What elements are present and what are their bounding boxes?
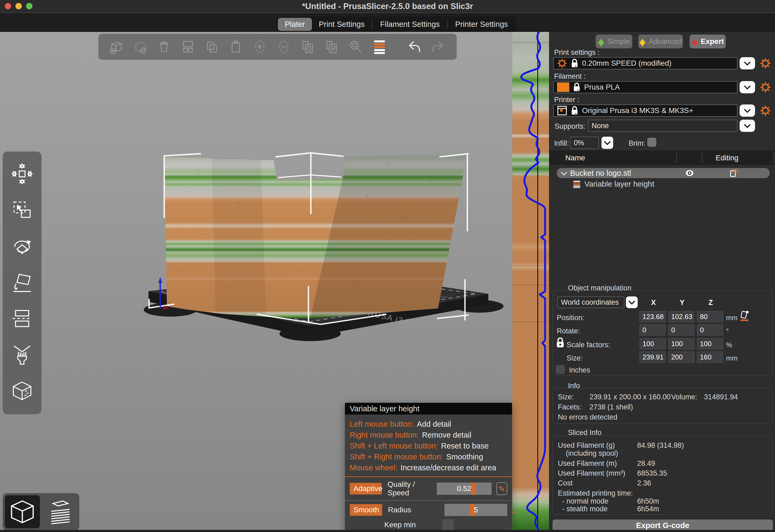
plater-3d-viewport[interactable]: ORIGINAL PRUSA i3 MK3 bbox=[0, 32, 550, 532]
print-settings-combo[interactable]: 0.20mm SPEED (modified) bbox=[553, 57, 738, 69]
adaptive-button[interactable]: Adaptive bbox=[350, 483, 382, 495]
print-settings-value: 0.20mm SPEED (modified) bbox=[582, 59, 672, 68]
scale-icon[interactable] bbox=[10, 198, 34, 223]
keep-min-label: Keep min bbox=[384, 521, 442, 529]
copy-icon[interactable] bbox=[203, 38, 221, 55]
delete-object-icon[interactable] bbox=[131, 38, 148, 55]
size-x-input[interactable]: 239.91 bbox=[640, 351, 666, 363]
infill-dropdown-button[interactable] bbox=[602, 137, 613, 149]
position-y-input[interactable]: 102.63 bbox=[668, 311, 694, 322]
printer-icon bbox=[557, 106, 567, 116]
filament-combo[interactable]: Prusa PLA bbox=[553, 81, 738, 93]
printer-dropdown-button[interactable] bbox=[740, 104, 755, 117]
editing-icon[interactable] bbox=[729, 169, 738, 178]
inches-label: Inches bbox=[569, 366, 590, 374]
sliced-label: Used Filament (mm³) bbox=[558, 469, 626, 477]
edit-value-button[interactable]: ✎ bbox=[496, 482, 507, 495]
inches-checkbox[interactable] bbox=[556, 365, 565, 374]
preview-sliced-layers-icon[interactable] bbox=[42, 495, 77, 528]
advanced-diamond-icon: ◆ bbox=[639, 36, 646, 47]
rotate-x-input[interactable]: 0 bbox=[640, 324, 666, 336]
size-y-input[interactable]: 200 bbox=[668, 351, 694, 363]
mode-expert-button[interactable]: ◆ Expert bbox=[690, 35, 726, 48]
quality-speed-slider[interactable]: 0.52 bbox=[437, 483, 491, 495]
split-to-parts-icon[interactable] bbox=[323, 38, 340, 55]
scale-x-input[interactable]: 100 bbox=[640, 338, 666, 349]
supports-select[interactable]: None bbox=[588, 120, 738, 132]
rotate-z-input[interactable]: 0 bbox=[697, 324, 723, 336]
scale-z-input[interactable]: 100 bbox=[697, 338, 723, 349]
place-on-face-icon[interactable] bbox=[10, 271, 34, 295]
tab-filament-settings[interactable]: Filament Settings bbox=[373, 18, 447, 31]
keep-min-checkbox[interactable] bbox=[442, 519, 453, 530]
prusaslicer-window: *Untitled - PrusaSlicer-2.5.0 based on S… bbox=[0, 0, 775, 532]
hint-value: Remove detail bbox=[422, 431, 471, 439]
add-object-icon[interactable] bbox=[107, 38, 124, 55]
tab-plater[interactable]: Plater bbox=[278, 18, 312, 31]
move-icon[interactable] bbox=[10, 162, 34, 187]
3d-editor-view-icon[interactable] bbox=[5, 495, 40, 528]
layer-height-profile-strip[interactable] bbox=[512, 32, 549, 532]
model-bucket[interactable] bbox=[164, 153, 467, 319]
position-x-input[interactable]: 123.68 bbox=[640, 311, 666, 322]
radius-value: 5 bbox=[444, 504, 507, 516]
gear-icon bbox=[557, 58, 567, 68]
radius-slider[interactable]: 5 bbox=[444, 504, 507, 516]
cut-icon[interactable] bbox=[10, 307, 34, 331]
paint-on-supports-icon[interactable] bbox=[10, 343, 34, 367]
tab-group: Plater Print Settings Filament Settings … bbox=[276, 17, 516, 32]
simple-diamond-icon: ◆ bbox=[598, 36, 604, 47]
redo-icon[interactable] bbox=[430, 38, 447, 55]
filament-gear-button[interactable] bbox=[759, 81, 772, 93]
printer-gear-button[interactable] bbox=[759, 104, 772, 117]
add-instance-icon[interactable] bbox=[251, 38, 268, 55]
hint-value: Add detail bbox=[417, 420, 451, 428]
print-settings-dropdown-button[interactable] bbox=[740, 57, 755, 69]
lock-icon bbox=[573, 82, 580, 92]
remove-instance-icon[interactable] bbox=[275, 38, 292, 55]
brim-checkbox[interactable] bbox=[647, 138, 656, 147]
search-icon[interactable] bbox=[347, 38, 364, 55]
rotate-icon[interactable] bbox=[10, 234, 34, 259]
printer-combo[interactable]: Original Prusa i3 MK3S & MK3S+ bbox=[553, 104, 738, 117]
position-z-input[interactable]: 80 bbox=[697, 311, 723, 322]
mode-advanced-button[interactable]: ◆ Advanced bbox=[638, 35, 683, 48]
split-to-objects-icon[interactable] bbox=[299, 38, 316, 55]
eye-icon[interactable] bbox=[685, 169, 694, 177]
editing-column-header[interactable]: Editing bbox=[716, 154, 739, 162]
tab-print-settings[interactable]: Print Settings bbox=[312, 18, 372, 31]
arrange-icon[interactable] bbox=[179, 38, 197, 55]
variable-layer-height-icon[interactable] bbox=[371, 38, 388, 55]
export-gcode-button[interactable]: Export G-code bbox=[552, 520, 773, 531]
supports-dropdown-button[interactable] bbox=[740, 120, 755, 132]
scale-y-input[interactable]: 100 bbox=[668, 338, 694, 349]
info-facets-value: 2738 (1 shell) bbox=[590, 403, 633, 411]
name-column-header[interactable]: Name bbox=[565, 154, 585, 162]
variable-layer-height-dialog: Variable layer height Left mouse button:… bbox=[345, 403, 512, 530]
object-row-bucket[interactable]: Bucket no logo.stl bbox=[557, 168, 770, 178]
info-size-label: Size: bbox=[558, 393, 574, 401]
paste-icon[interactable] bbox=[227, 38, 244, 55]
rotate-label: Rotate: bbox=[557, 327, 580, 335]
print-settings-gear-button[interactable] bbox=[759, 57, 772, 69]
infill-select[interactable]: 0% bbox=[570, 137, 599, 149]
chevron-down-icon bbox=[744, 107, 751, 115]
filament-dropdown-button[interactable] bbox=[740, 81, 755, 93]
coordinates-dropdown-button[interactable] bbox=[626, 296, 638, 308]
coordinates-select[interactable]: World coordinates bbox=[557, 296, 624, 308]
sliced-label: Cost bbox=[558, 479, 573, 487]
size-z-input[interactable]: 160 bbox=[697, 351, 723, 363]
printer-value: Original Prusa i3 MK3S & MK3S+ bbox=[582, 106, 693, 115]
tab-printer-settings[interactable]: Printer Settings bbox=[448, 18, 515, 31]
seam-painting-icon[interactable] bbox=[10, 379, 34, 404]
expand-chevron-icon[interactable] bbox=[560, 169, 567, 178]
modifier-row-variable-layer-height[interactable]: Variable layer height bbox=[573, 180, 654, 188]
mode-simple-button[interactable]: ◆ Simple bbox=[596, 35, 632, 48]
rotate-y-input[interactable]: 0 bbox=[668, 324, 694, 336]
smooth-button[interactable]: Smooth bbox=[350, 504, 382, 516]
undo-icon[interactable] bbox=[406, 38, 423, 55]
top-toolbar bbox=[98, 34, 457, 60]
drop-to-bed-icon[interactable] bbox=[739, 310, 750, 322]
uniform-scale-lock-icon[interactable] bbox=[556, 337, 565, 348]
delete-all-icon[interactable] bbox=[155, 38, 172, 55]
